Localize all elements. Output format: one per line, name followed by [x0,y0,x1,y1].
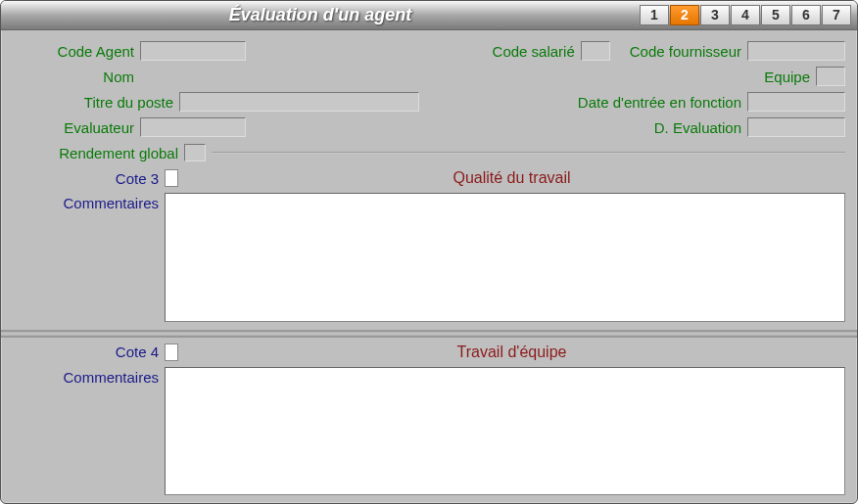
titre-poste-field[interactable] [179,92,419,112]
comments3-textarea[interactable] [165,193,845,322]
tab-3[interactable]: 3 [700,5,730,25]
titlebar: Évaluation d'un agent 1234567 [1,1,857,30]
label-date-entree: Date d'entrée en fonction [578,94,747,111]
divider [212,152,845,154]
label-code-fournisseur: Code fournisseur [630,43,747,60]
label-cote4: Cote 4 [13,344,165,360]
tab-1[interactable]: 1 [640,5,669,25]
tab-6[interactable]: 6 [791,5,821,25]
section-qualite-title: Qualité du travail [178,169,845,187]
evaluateur-field[interactable] [140,117,246,137]
label-comments3: Commentaires [13,193,165,322]
evaluation-window: Évaluation d'un agent 1234567 Code Agent… [0,0,858,504]
tab-2[interactable]: 2 [670,5,699,25]
label-d-evaluation: D. Evaluation [654,119,747,136]
label-equipe: Equipe [764,69,816,85]
label-rendement-global: Rendement global [13,145,184,161]
label-code-salarie: Code salarié [493,43,581,60]
label-cote3: Cote 3 [13,170,165,187]
tab-5[interactable]: 5 [761,5,790,25]
code-agent-field[interactable] [140,41,246,61]
label-comments4: Commentaires [13,367,165,496]
comments4-textarea[interactable] [165,367,845,496]
window-title: Évaluation d'un agent [1,5,640,25]
section-equipe-title: Travail d'équipe [178,344,845,361]
page-tabs: 1234567 [640,5,851,25]
cote3-field[interactable] [165,169,178,187]
code-salarie-field[interactable] [581,41,610,61]
form-content: Code Agent Code salarié Code fournisseur… [1,30,857,503]
tab-4[interactable]: 4 [731,5,760,25]
code-fournisseur-field[interactable] [747,41,845,61]
label-titre-poste: Titre du poste [13,94,179,111]
panel-separator [1,330,857,338]
label-nom: Nom [13,69,140,85]
cote4-field[interactable] [165,344,178,361]
label-code-agent: Code Agent [13,43,140,60]
d-evaluation-field[interactable] [747,117,845,137]
date-entree-field[interactable] [747,92,845,112]
label-evaluateur: Evaluateur [13,119,140,136]
rendement-global-field[interactable] [184,144,206,161]
tab-7[interactable]: 7 [822,5,851,25]
equipe-field[interactable] [816,67,845,86]
